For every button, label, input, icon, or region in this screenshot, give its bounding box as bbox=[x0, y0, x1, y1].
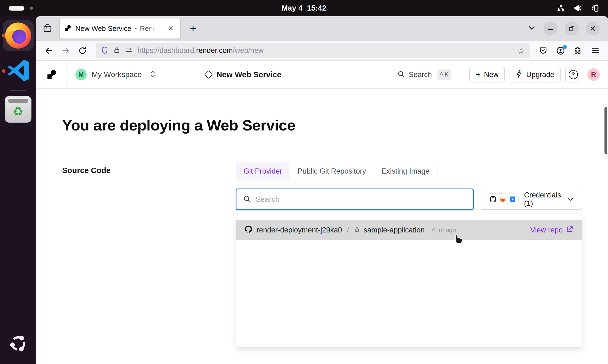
menu-hamburger-icon[interactable] bbox=[588, 43, 603, 58]
page-scrollbar-thumb[interactable] bbox=[604, 107, 607, 154]
deploy-heading: You are deploying a Web Service bbox=[62, 116, 582, 134]
repo-search-box bbox=[236, 189, 474, 210]
mouse-cursor-pointer bbox=[451, 231, 464, 245]
system-tray[interactable] bbox=[556, 4, 608, 13]
workspace-selector[interactable]: M My Workspace bbox=[68, 61, 196, 88]
page-title-group: New Web Service bbox=[196, 61, 291, 88]
source-code-label: Source Code bbox=[62, 162, 236, 348]
tab-git-provider[interactable]: Git Provider bbox=[236, 162, 290, 181]
dock-divider bbox=[10, 90, 26, 91]
lock-icon[interactable] bbox=[113, 46, 121, 55]
search-shortcut-badge: ^ K bbox=[437, 69, 451, 80]
tab-existing-image[interactable]: Existing Image bbox=[374, 162, 437, 181]
dock-item-firefox[interactable] bbox=[0, 20, 36, 51]
vscode-running-indicator bbox=[2, 69, 5, 73]
firefox-view-button[interactable] bbox=[40, 21, 55, 36]
external-link-icon bbox=[566, 225, 574, 235]
credentials-label: Credentials (1) bbox=[524, 191, 561, 208]
credentials-dropdown[interactable]: Credentials (1) bbox=[480, 189, 582, 210]
new-tab-button[interactable]: + bbox=[186, 22, 200, 35]
active-tab[interactable]: New Web Service • Rend ✕ bbox=[60, 18, 180, 39]
upgrade-button[interactable]: Upgrade bbox=[510, 67, 561, 82]
navigation-toolbar: https://dashboard.render.com/web/new ☆ bbox=[36, 41, 608, 61]
tab-strip: New Web Service • Rend ✕ + bbox=[36, 16, 608, 41]
vscode-icon bbox=[5, 58, 31, 85]
source-type-tabs: Git Provider Public Git Repository Exist… bbox=[236, 162, 437, 181]
reload-button[interactable] bbox=[75, 43, 90, 58]
unfold-chevrons-icon bbox=[149, 70, 156, 79]
ubuntu-dock: ♻ bbox=[0, 16, 36, 364]
forward-button[interactable] bbox=[58, 43, 73, 58]
view-repo-link[interactable]: View repo bbox=[530, 225, 574, 235]
repo-row[interactable]: render-deployment-j29ka0 / sample-applic… bbox=[236, 220, 582, 240]
web-service-diamond-icon bbox=[204, 70, 213, 79]
active-workspace-pill[interactable] bbox=[9, 6, 24, 11]
clock[interactable]: May 4 15:42 bbox=[281, 4, 326, 12]
plus-icon: + bbox=[476, 70, 481, 79]
firefox-icon bbox=[5, 23, 31, 49]
global-search-button[interactable]: Search ^ K bbox=[388, 61, 461, 88]
repo-owner: render-deployment-j29ka0 bbox=[257, 226, 342, 234]
workspace-avatar: M bbox=[75, 69, 87, 80]
page-title: New Web Service bbox=[216, 70, 281, 79]
header-actions: + New Upgrade ? R bbox=[461, 61, 608, 88]
extensions-puzzle-icon[interactable] bbox=[571, 43, 585, 58]
lightning-bolt-icon bbox=[516, 70, 523, 80]
clock-time: 15:42 bbox=[307, 4, 327, 12]
private-repo-lock-icon bbox=[354, 226, 360, 234]
search-icon bbox=[243, 195, 251, 204]
tab-favicon-render bbox=[65, 24, 72, 33]
window-close-button[interactable] bbox=[586, 21, 600, 36]
clock-date: May 4 bbox=[281, 4, 303, 12]
tab-separator bbox=[56, 23, 56, 34]
firefox-active-background bbox=[3, 20, 34, 51]
github-icon bbox=[244, 225, 253, 235]
workspace-name: My Workspace bbox=[92, 70, 142, 79]
url-bar[interactable]: https://dashboard.render.com/web/new ☆ bbox=[96, 43, 530, 58]
help-button[interactable]: ? bbox=[565, 67, 581, 82]
account-notification-dot bbox=[563, 45, 567, 49]
window-minimize-button[interactable] bbox=[543, 21, 558, 36]
account-icon[interactable] bbox=[553, 43, 568, 58]
back-button[interactable] bbox=[41, 43, 56, 58]
bookmark-star-icon[interactable]: ☆ bbox=[517, 46, 525, 56]
pocket-icon[interactable] bbox=[536, 43, 551, 58]
dock-item-vscode[interactable] bbox=[0, 58, 36, 85]
app-grid-ubuntu-icon[interactable] bbox=[8, 334, 28, 354]
new-button[interactable]: + New bbox=[469, 67, 505, 82]
tab-public-git-repository[interactable]: Public Git Repository bbox=[290, 162, 374, 181]
dock-item-trash[interactable]: ♻ bbox=[0, 96, 36, 123]
search-icon bbox=[397, 70, 405, 79]
recycle-glyph: ♻ bbox=[13, 106, 23, 117]
volume-icon bbox=[573, 4, 583, 13]
render-app-header: M My Workspace New Web Service Search bbox=[36, 61, 608, 89]
repo-name: sample-application bbox=[364, 226, 425, 234]
firefox-window: New Web Service • Rend ✕ + bbox=[36, 16, 608, 364]
battery-charging-icon bbox=[591, 4, 600, 13]
window-restore-button[interactable] bbox=[565, 21, 579, 36]
permissions-icon[interactable] bbox=[125, 46, 133, 55]
trash-icon: ♻ bbox=[5, 96, 31, 123]
url-text: https://dashboard.render.com/web/new bbox=[137, 46, 513, 55]
bitbucket-icon bbox=[507, 193, 519, 205]
tab-title: New Web Service • Rend bbox=[75, 24, 162, 33]
list-all-tabs-icon[interactable] bbox=[527, 23, 536, 34]
system-top-bar: May 4 15:42 bbox=[0, 0, 608, 16]
repo-search-input[interactable] bbox=[255, 195, 466, 204]
credential-provider-icons bbox=[487, 193, 519, 205]
tracking-protection-shield-icon[interactable] bbox=[101, 46, 109, 55]
tab-close-icon[interactable]: ✕ bbox=[166, 24, 175, 33]
render-logo[interactable] bbox=[36, 61, 68, 88]
network-icon bbox=[556, 4, 565, 12]
workspace-indicator[interactable] bbox=[0, 6, 33, 11]
repo-separator: / bbox=[347, 226, 349, 234]
user-avatar[interactable]: R bbox=[587, 68, 600, 81]
repo-results-panel: render-deployment-j29ka0 / sample-applic… bbox=[236, 214, 582, 348]
inactive-workspace-dot[interactable] bbox=[30, 7, 33, 10]
render-dashboard-page: M My Workspace New Web Service Search bbox=[36, 61, 608, 364]
search-label: Search bbox=[409, 71, 432, 79]
help-icon: ? bbox=[569, 70, 578, 79]
chevron-down-icon bbox=[567, 195, 575, 204]
